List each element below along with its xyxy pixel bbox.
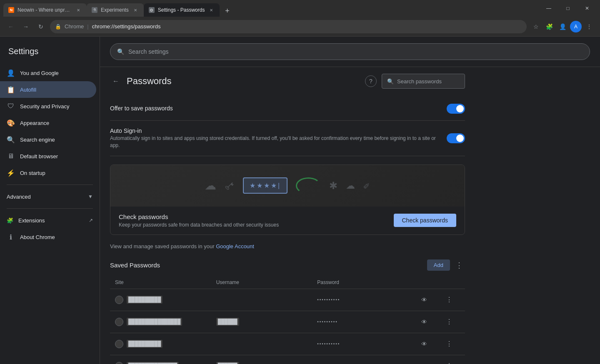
password-table: Site Username Password ██████████ ••••••…	[110, 276, 465, 364]
sidebar-advanced[interactable]: Advanced ▼	[0, 188, 100, 205]
site-name-4: ███████████████	[127, 362, 179, 364]
main-layout: Settings 👤 You and Google 📋 Autofill 🛡 S…	[0, 37, 600, 364]
tab-experiments-label: Experiments	[101, 7, 129, 13]
tab-settings[interactable]: ⚙ Settings - Passwords ✕	[144, 3, 220, 17]
sidebar-item-default-browser[interactable]: 🖥 Default browser	[0, 148, 96, 165]
table-row: ███████████████ ██████ ••••••••• 👁 ⋮	[110, 355, 465, 364]
row-more-4[interactable]: ⋮	[443, 360, 455, 364]
illustration-content: ☁ 🗝 ★★★★| ✱ ☁ ✏	[205, 177, 370, 194]
add-password-button[interactable]: Add	[427, 259, 450, 271]
saved-passwords-more-button[interactable]: ⋮	[453, 259, 465, 271]
new-tab-button[interactable]: +	[221, 5, 233, 17]
sidebar-item-autofill[interactable]: 📋 Autofill	[0, 81, 96, 98]
sidebar-item-on-startup[interactable]: ⚡ On startup	[0, 165, 96, 181]
table-row: ████████████████ ██████ ••••••••• 👁 ⋮	[110, 311, 465, 333]
search-settings-input[interactable]: 🔍 Search settings	[110, 43, 590, 60]
row-more-1[interactable]: ⋮	[443, 294, 455, 306]
url-bar[interactable]: 🔒 Chrome | chrome://settings/passwords	[50, 20, 527, 33]
bookmark-button[interactable]: ☆	[530, 21, 542, 32]
curve-shape	[296, 177, 321, 194]
sidebar-label-default-browser: Default browser	[20, 153, 58, 160]
title-bar: N Neowin - Where unprofessional... ✕ ⚗ E…	[0, 0, 600, 17]
window-controls: — □ ✕	[539, 0, 597, 17]
tabs-area: N Neowin - Where unprofessional... ✕ ⚗ E…	[3, 0, 538, 17]
username-cell-4: ██████	[216, 362, 318, 364]
sidebar-divider	[7, 184, 93, 185]
address-bar: ← → ↻ 🔒 Chrome | chrome://settings/passw…	[0, 17, 600, 37]
col-actions-2	[443, 279, 460, 285]
search-passwords-input[interactable]: 🔍 Search passwords	[382, 74, 465, 89]
sidebar-label-security: Security and Privacy	[20, 103, 70, 110]
url-protocol: Chrome	[65, 23, 84, 30]
maximize-button[interactable]: □	[558, 0, 578, 17]
sidebar-item-about-chrome[interactable]: ℹ About Chrome	[0, 229, 96, 245]
search-passwords-placeholder: Search passwords	[397, 78, 442, 85]
tab-experiments[interactable]: ⚗ Experiments ✕	[87, 3, 144, 17]
tab-settings-close[interactable]: ✕	[208, 7, 215, 13]
site-name-2: ████████████████	[127, 318, 182, 326]
content-area: 🔍 Search settings ← Passwords ? 🔍 Search…	[100, 37, 600, 364]
sidebar-item-security-privacy[interactable]: 🛡 Security and Privacy	[0, 98, 96, 115]
auto-signin-desc: Automatically sign in to sites and apps …	[110, 135, 442, 149]
tab-neowin[interactable]: N Neowin - Where unprofessional... ✕	[3, 3, 87, 17]
table-row: ██████████ •••••••••• 👁 ⋮	[110, 333, 465, 355]
sidebar-extensions[interactable]: 🧩 Extensions ↗	[0, 212, 100, 229]
offer-to-save-toggle[interactable]	[447, 104, 465, 114]
account-button[interactable]: 👤	[557, 21, 568, 32]
back-nav-button[interactable]: ←	[5, 21, 17, 32]
extensions-button[interactable]: 🧩	[543, 21, 555, 32]
site-cell-2: ████████████████	[115, 318, 216, 326]
password-box-illustration: ★★★★|	[243, 177, 288, 194]
menu-button[interactable]: ⋮	[583, 21, 595, 32]
advanced-label: Advanced	[7, 194, 31, 200]
passwords-back-button[interactable]: ←	[110, 75, 122, 87]
minimize-button[interactable]: —	[539, 0, 558, 17]
cloud-icon-right: ☁	[346, 180, 355, 191]
google-account-link[interactable]: Google Account	[216, 243, 254, 249]
offer-to-save-row: Offer to save passwords	[110, 97, 465, 121]
auto-signin-toggle[interactable]	[447, 133, 465, 143]
site-favicon-2	[115, 318, 123, 326]
advanced-arrow: ▼	[88, 194, 93, 199]
reload-button[interactable]: ↻	[35, 21, 47, 32]
search-settings-bar: 🔍 Search settings	[100, 37, 600, 67]
show-password-2[interactable]: 👁	[418, 316, 430, 328]
forward-nav-button[interactable]: →	[20, 21, 32, 32]
show-password-1[interactable]: 👁	[418, 294, 430, 306]
google-account-text: View and manage saved passwords in your …	[110, 243, 465, 249]
row-more-3[interactable]: ⋮	[443, 338, 455, 350]
passwords-help-button[interactable]: ?	[365, 75, 377, 87]
extensions-label: Extensions	[18, 217, 45, 224]
row-more-2[interactable]: ⋮	[443, 316, 455, 328]
url-divider: |	[87, 23, 88, 30]
show-password-3[interactable]: 👁	[418, 338, 430, 350]
lock-icon: 🔒	[55, 24, 61, 30]
table-row: ██████████ •••••••••• 👁 ⋮	[110, 289, 465, 311]
password-dots-3: ••••••••••	[317, 342, 418, 346]
check-passwords-text: Check passwords Keep your passwords safe…	[119, 213, 279, 228]
sidebar-item-search-engine[interactable]: 🔍 Search engine	[0, 131, 96, 148]
settings-title: Settings	[0, 43, 100, 65]
auto-signin-label: Auto Sign-in	[110, 127, 442, 134]
check-passwords-button[interactable]: Check passwords	[394, 214, 457, 227]
passwords-content: ← Passwords ? 🔍 Search passwords Offer t…	[100, 67, 475, 364]
tab-experiments-close[interactable]: ✕	[132, 7, 139, 13]
site-cell-3: ██████████	[115, 340, 216, 348]
tab-experiments-favicon: ⚗	[92, 7, 98, 13]
url-path: chrome://settings/passwords	[92, 23, 161, 30]
about-chrome-icon: ℹ	[7, 233, 15, 241]
sidebar-item-you-and-google[interactable]: 👤 You and Google	[0, 65, 96, 81]
on-startup-icon: ⚡	[7, 169, 15, 177]
tab-neowin-label: Neowin - Where unprofessional...	[18, 7, 72, 13]
show-password-4[interactable]: 👁	[418, 360, 430, 364]
key-icon: 🗝	[222, 178, 238, 193]
profile-avatar[interactable]: A	[570, 21, 582, 32]
sidebar-divider-2	[7, 208, 93, 209]
close-button[interactable]: ✕	[578, 0, 597, 17]
tab-neowin-close[interactable]: ✕	[75, 7, 82, 13]
extensions-icon: 🧩	[7, 217, 13, 224]
sidebar-item-appearance[interactable]: 🎨 Appearance	[0, 115, 96, 131]
auto-signin-row: Auto Sign-in Automatically sign in to si…	[110, 121, 465, 156]
autofill-icon: 📋	[7, 85, 15, 94]
search-settings-icon: 🔍	[117, 48, 124, 55]
